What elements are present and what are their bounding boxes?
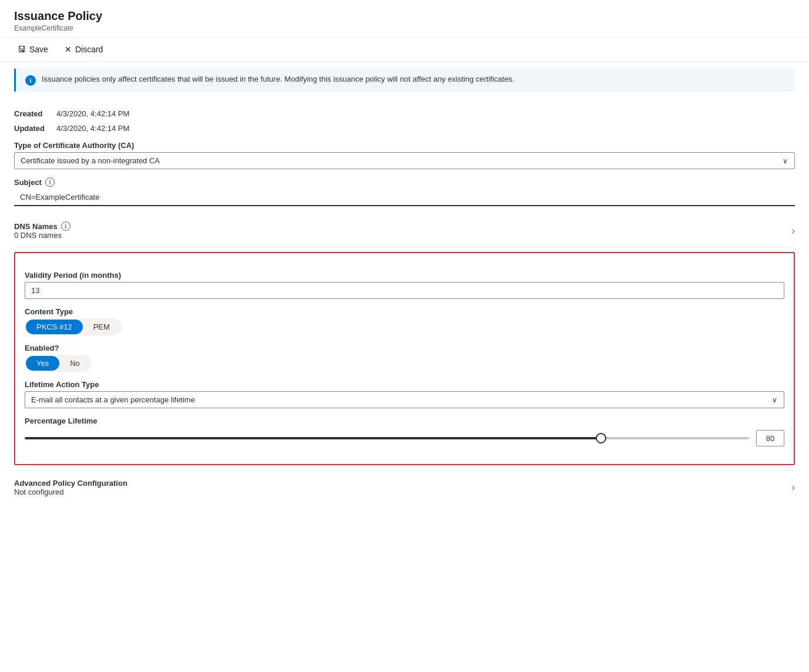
yes-button[interactable]: Yes [26, 356, 59, 371]
save-button[interactable]: 🖫 Save [14, 42, 52, 56]
advanced-row[interactable]: Advanced Policy Configuration Not config… [14, 470, 795, 505]
advanced-label: Advanced Policy Configuration [14, 479, 127, 488]
created-value: 4/3/2020, 4:42:14 PM [56, 109, 129, 118]
save-icon: 🖫 [18, 45, 26, 54]
enabled-label: Enabled? [25, 344, 784, 352]
page-title: Issuance Policy [14, 9, 795, 23]
dns-info-icon: i [61, 221, 71, 231]
enabled-toggle: Yes No [25, 355, 92, 372]
lifetime-action-group: Lifetime Action Type E-mail all contacts… [25, 380, 784, 408]
content-type-label: Content Type [25, 307, 784, 316]
percentage-group: Percentage Lifetime 80 [25, 416, 784, 446]
percentage-label: Percentage Lifetime [25, 416, 784, 425]
discard-button[interactable]: ✕ Discard [61, 42, 106, 56]
info-banner-icon: i [25, 75, 36, 86]
updated-label: Updated [14, 124, 49, 133]
percentage-value-box: 80 [756, 430, 784, 446]
pem-button[interactable]: PEM [83, 320, 120, 334]
dns-left: DNS Names i 0 DNS names [14, 221, 71, 240]
ca-type-group: Type of Certificate Authority (CA) Certi… [14, 141, 795, 169]
content-type-group: Content Type PKCS #12 PEM [25, 307, 784, 335]
validity-label: Validity Period (in months) [25, 271, 784, 280]
validity-group: Validity Period (in months) [25, 271, 784, 299]
ca-type-label: Type of Certificate Authority (CA) [14, 141, 795, 150]
lifetime-action-select[interactable]: E-mail all contacts at a given percentag… [25, 391, 784, 408]
info-banner: i Issuance policies only affect certific… [14, 69, 795, 92]
content-type-toggle: PKCS #12 PEM [25, 318, 122, 335]
toolbar: 🖫 Save ✕ Discard [0, 38, 809, 62]
ca-type-select-wrapper: Certificate issued by a non-integrated C… [14, 152, 795, 169]
discard-icon: ✕ [65, 45, 72, 54]
lifetime-action-select-wrapper: E-mail all contacts at a given percentag… [25, 391, 784, 408]
dns-names-row[interactable]: DNS Names i 0 DNS names › [14, 214, 795, 247]
highlighted-section: Validity Period (in months) Content Type… [14, 252, 795, 465]
slider-container: 80 [25, 430, 784, 446]
dns-count: 0 DNS names [14, 231, 71, 240]
page-subtitle: ExampleCertificate [14, 24, 795, 32]
advanced-chevron-icon: › [792, 482, 795, 493]
header: Issuance Policy ExampleCertificate [0, 0, 809, 38]
enabled-group: Enabled? Yes No [25, 344, 784, 372]
page-container: Issuance Policy ExampleCertificate 🖫 Sav… [0, 0, 809, 509]
percentage-slider[interactable] [25, 437, 749, 439]
no-button[interactable]: No [59, 356, 90, 371]
validity-input[interactable] [25, 282, 784, 299]
updated-row: Updated 4/3/2020, 4:42:14 PM [14, 124, 795, 133]
subject-label: Subject i [14, 177, 795, 187]
created-label: Created [14, 109, 49, 118]
updated-value: 4/3/2020, 4:42:14 PM [56, 124, 129, 133]
form-body: Created 4/3/2020, 4:42:14 PM Updated 4/3… [0, 99, 809, 509]
advanced-value: Not configured [14, 488, 127, 496]
subject-group: Subject i [14, 177, 795, 206]
ca-type-select[interactable]: Certificate issued by a non-integrated C… [14, 152, 795, 169]
created-row: Created 4/3/2020, 4:42:14 PM [14, 109, 795, 118]
lifetime-action-label: Lifetime Action Type [25, 380, 784, 389]
info-banner-text: Issuance policies only affect certificat… [42, 75, 514, 83]
subject-info-icon: i [45, 177, 55, 187]
save-label: Save [29, 45, 48, 54]
advanced-left: Advanced Policy Configuration Not config… [14, 479, 127, 496]
dns-label: DNS Names i [14, 221, 71, 231]
pkcs12-button[interactable]: PKCS #12 [26, 320, 83, 334]
subject-input[interactable] [14, 189, 795, 206]
discard-label: Discard [75, 45, 103, 54]
dns-chevron-icon: › [792, 226, 795, 236]
